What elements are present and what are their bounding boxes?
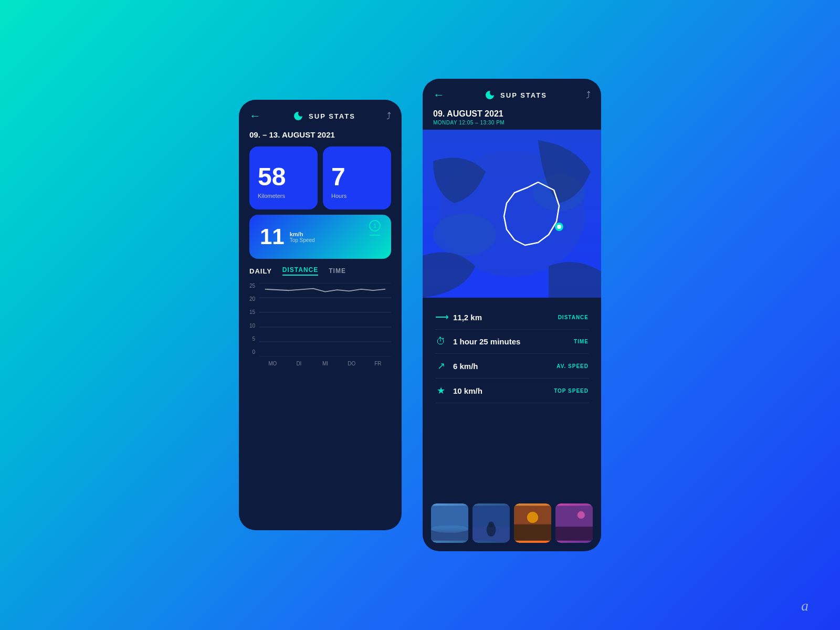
distance-key: DISTANCE bbox=[558, 314, 589, 320]
hours-stat-box: 7 Hours bbox=[323, 146, 391, 209]
daily-section: DAILY DISTANCE TIME 25 20 15 10 5 0 bbox=[239, 266, 402, 530]
watermark: a bbox=[801, 597, 808, 614]
tab-time[interactable]: TIME bbox=[329, 267, 346, 275]
phone2-share-button[interactable]: ⤴ bbox=[586, 90, 591, 101]
daily-title: DAILY bbox=[249, 267, 272, 275]
x-axis: MO DI MI DO FR bbox=[259, 359, 391, 366]
top-speed-left: ★ 10 km/h bbox=[435, 385, 482, 396]
photo-thumb-1[interactable] bbox=[431, 503, 468, 543]
km-value: 58 bbox=[258, 164, 286, 190]
stats-detail: ⟶ 11,2 km DISTANCE ⏱ 1 hour 25 minutes T… bbox=[423, 298, 601, 497]
date-range-row: 09. – 13. AUGUST 2021 bbox=[239, 128, 402, 146]
time-key: TIME bbox=[574, 339, 589, 344]
top-speed-box: 11 km/h Top Speed 1 bbox=[249, 215, 391, 259]
y-label-25: 25 bbox=[249, 283, 255, 289]
hours-value: 7 bbox=[331, 164, 345, 190]
phone-1-card: ← SUP STATS ⤴ 09. – 13. AUGUST 2021 58 K… bbox=[239, 100, 402, 530]
photo-thumb-2[interactable] bbox=[472, 503, 510, 543]
chart-svg bbox=[259, 283, 391, 356]
speed-unit: km/h bbox=[290, 231, 315, 237]
x-label-di: DI bbox=[286, 361, 312, 366]
avg-speed-key: AV. SPEED bbox=[556, 363, 589, 369]
phone2-app-title: SUP STATS bbox=[500, 91, 547, 99]
thumb-img-2 bbox=[472, 503, 510, 543]
photo-thumb-4[interactable] bbox=[555, 503, 593, 543]
time-left: ⏱ 1 hour 25 minutes bbox=[435, 336, 520, 347]
phone2-subdate: MONDAY 12:05 – 13:30 PM bbox=[433, 120, 591, 130]
top-speed-key: TOP SPEED bbox=[554, 388, 589, 394]
app-title: SUP STATS bbox=[309, 112, 355, 120]
speed-value: 11 bbox=[260, 224, 285, 249]
daily-header: DAILY DISTANCE TIME bbox=[249, 266, 391, 276]
svg-point-11 bbox=[557, 225, 561, 229]
phone2-app-logo: SUP STATS bbox=[484, 89, 547, 101]
y-axis: 25 20 15 10 5 0 bbox=[249, 283, 255, 366]
thumb-img-3 bbox=[514, 503, 551, 543]
speed-meta: km/h Top Speed bbox=[290, 231, 315, 243]
thumb-img-4 bbox=[555, 503, 593, 543]
top-speed-value: 10 km/h bbox=[453, 386, 482, 395]
top-speed-row: ★ 10 km/h TOP SPEED bbox=[435, 379, 589, 403]
x-label-do: DO bbox=[339, 361, 365, 366]
time-icon: ⏱ bbox=[435, 336, 447, 347]
photo-strip bbox=[423, 497, 601, 551]
x-label-mo: MO bbox=[259, 361, 286, 366]
svg-point-19 bbox=[488, 521, 494, 527]
stats-grid: 58 Kilometers 7 Hours bbox=[239, 146, 402, 209]
time-row: ⏱ 1 hour 25 minutes TIME bbox=[435, 330, 589, 354]
distance-left: ⟶ 11,2 km bbox=[435, 311, 482, 323]
y-label-10: 10 bbox=[249, 323, 255, 329]
phone2-date-block: 09. AUGUST 2021 MONDAY 12:05 – 13:30 PM bbox=[423, 107, 601, 130]
chart-area: 25 20 15 10 5 0 bbox=[249, 283, 391, 366]
phone2-moon-icon bbox=[484, 89, 496, 101]
tab-distance[interactable]: DISTANCE bbox=[282, 266, 318, 276]
photo-thumb-3[interactable] bbox=[514, 503, 551, 543]
time-value: 1 hour 25 minutes bbox=[453, 337, 520, 346]
app-logo: SUP STATS bbox=[292, 110, 355, 122]
svg-point-22 bbox=[527, 512, 538, 523]
distance-value: 11,2 km bbox=[453, 313, 482, 322]
svg-point-8 bbox=[433, 214, 496, 256]
trophy-circle: 1 bbox=[369, 220, 381, 232]
svg-point-14 bbox=[431, 525, 468, 532]
y-label-5: 5 bbox=[253, 336, 256, 342]
phone2-header: ← SUP STATS ⤴ bbox=[423, 79, 601, 107]
avg-speed-left: ↗ 6 km/h bbox=[435, 360, 478, 372]
thumb-bg-4 bbox=[555, 503, 593, 543]
route-map bbox=[423, 130, 601, 298]
top-speed-icon: ★ bbox=[435, 385, 447, 396]
back-button[interactable]: ← bbox=[249, 109, 261, 123]
phone2-back-button[interactable]: ← bbox=[433, 88, 445, 102]
distance-icon: ⟶ bbox=[435, 311, 447, 323]
y-label-0: 0 bbox=[253, 349, 256, 355]
phone-2-card: ← SUP STATS ⤴ 09. AUGUST 2021 MONDAY 12:… bbox=[423, 79, 601, 551]
trophy-line bbox=[370, 235, 380, 236]
y-label-20: 20 bbox=[249, 296, 255, 302]
hours-label: Hours bbox=[331, 193, 346, 199]
thumb-img-1 bbox=[431, 503, 468, 543]
svg-rect-21 bbox=[514, 524, 551, 541]
km-stat-box: 58 Kilometers bbox=[249, 146, 318, 209]
svg-rect-24 bbox=[555, 527, 593, 541]
x-label-mi: MI bbox=[312, 361, 338, 366]
chart-body: MO DI MI DO FR bbox=[259, 283, 391, 366]
date-range: 09. – 13. AUGUST 2021 bbox=[249, 130, 335, 139]
y-label-15: 15 bbox=[249, 309, 255, 315]
phone2-date: 09. AUGUST 2021 bbox=[433, 109, 591, 119]
moon-icon bbox=[292, 110, 304, 122]
share-button[interactable]: ⤴ bbox=[386, 111, 391, 122]
avg-speed-icon: ↗ bbox=[435, 360, 447, 372]
avg-speed-row: ↗ 6 km/h AV. SPEED bbox=[435, 354, 589, 379]
km-label: Kilometers bbox=[258, 193, 285, 199]
speed-sublabel: Top Speed bbox=[290, 237, 315, 243]
x-label-fr: FR bbox=[365, 361, 391, 366]
distance-row: ⟶ 11,2 km DISTANCE bbox=[435, 305, 589, 330]
thumb-bg-1 bbox=[431, 503, 468, 543]
phone1-header: ← SUP STATS ⤴ bbox=[239, 100, 402, 128]
map-area bbox=[423, 130, 601, 298]
thumb-bg-2 bbox=[472, 503, 510, 543]
svg-point-25 bbox=[578, 511, 585, 519]
trophy-badge: 1 bbox=[369, 220, 381, 236]
avg-speed-value: 6 km/h bbox=[453, 362, 478, 371]
thumb-bg-3 bbox=[514, 503, 551, 543]
